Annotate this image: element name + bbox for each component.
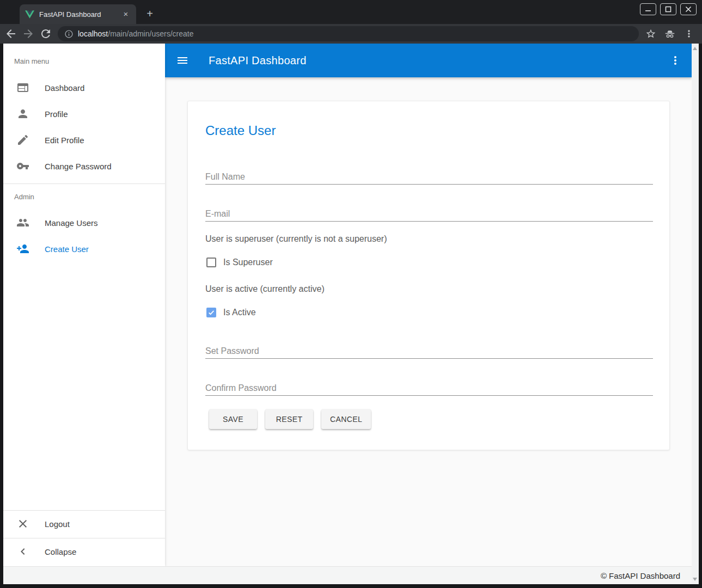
full-name-input[interactable] [205,169,653,185]
app-title: FastAPI Dashboard [209,54,307,67]
app-bar: FastAPI Dashboard [165,44,692,77]
sidebar-item-logout[interactable]: Logout [3,511,165,537]
is-superuser-checkbox[interactable]: Is Superuser [206,258,273,267]
back-icon[interactable] [4,27,17,40]
sidebar-section-main-menu: Main menu [14,57,49,65]
window-controls [640,3,697,15]
copyright-text: © FastAPI Dashboard [601,571,680,580]
forward-icon[interactable] [22,27,35,40]
sidebar-item-edit-profile[interactable]: Edit Profile [3,127,165,153]
sidebar-item-label: Change Password [45,162,112,171]
web-icon [16,81,29,94]
scrollbar-up-arrow-icon[interactable] [693,47,697,50]
browser-menu-icon[interactable] [683,28,694,39]
vue-logo-icon [25,10,34,19]
checkbox-label: Is Superuser [223,258,273,267]
close-icon [16,517,29,530]
save-button[interactable]: SAVE [209,409,257,429]
sidebar-item-label: Dashboard [45,83,84,93]
person-icon [16,107,29,120]
pencil-icon [16,133,29,146]
new-tab-button[interactable]: + [143,7,157,21]
tab-close-icon[interactable]: × [121,9,131,19]
sidebar-item-label: Manage Users [45,218,98,228]
people-icon [16,216,29,229]
sidebar-item-label: Logout [45,519,70,529]
sidebar-item-profile[interactable]: Profile [3,101,165,127]
check-icon [207,309,215,316]
incognito-icon [664,28,676,40]
sidebar-item-label: Edit Profile [45,136,84,145]
sidebar-item-change-password[interactable]: Change Password [3,153,165,179]
chevron-left-icon [16,545,29,558]
checkbox-checked[interactable] [206,308,216,317]
url-host: localhost [78,29,108,38]
sidebar-item-collapse[interactable]: Collapse [3,538,165,565]
hamburger-menu-icon[interactable] [176,54,189,67]
person-add-icon [16,242,29,255]
create-user-card: Create User User is superuser (currently… [187,101,670,450]
window-minimize-button[interactable] [640,3,656,15]
page-footer: © FastAPI Dashboard [3,566,699,584]
form-actions: SAVE RESET CANCEL [209,409,371,429]
app-menu-kebab-icon[interactable] [669,54,682,67]
tab-title: FastAPI Dashboard [39,10,121,19]
browser-tab[interactable]: FastAPI Dashboard × [20,4,136,24]
superuser-hint: User is superuser (currently is not a su… [205,234,387,244]
confirm-password-input[interactable] [205,381,653,396]
checkbox-unchecked[interactable] [206,258,216,267]
browser-toolbar: localhost/main/admin/users/create [0,24,702,44]
vertical-scrollbar[interactable] [692,44,699,584]
full-name-field-wrap [205,169,653,185]
page: Main menu Dashboard Profile Edit Profile… [3,44,699,584]
key-icon [16,160,29,173]
url-text: localhost/main/admin/users/create [78,29,193,38]
email-input[interactable] [205,206,653,222]
sidebar-item-dashboard[interactable]: Dashboard [3,75,165,101]
sidebar-item-label: Create User [45,244,89,254]
is-active-checkbox[interactable]: Is Active [206,308,256,317]
email-field-wrap [205,206,653,222]
sidebar-divider [3,183,165,184]
scrollbar-down-arrow-icon[interactable] [693,578,697,581]
site-info-icon[interactable] [64,29,74,39]
page-title: Create User [205,123,276,138]
browser-titlebar: FastAPI Dashboard × + [0,0,702,24]
bookmark-star-icon[interactable] [645,28,656,39]
window-close-button[interactable] [680,3,697,15]
sidebar-item-label: Collapse [45,547,76,556]
address-bar[interactable]: localhost/main/admin/users/create [58,26,639,41]
cancel-button[interactable]: CANCEL [321,409,371,429]
sidebar-item-label: Profile [45,109,68,119]
confirm-password-field-wrap [205,381,653,396]
active-hint: User is active (currently active) [205,284,325,294]
sidebar-section-admin: Admin [14,193,34,201]
checkbox-label: Is Active [223,308,256,317]
reset-button[interactable]: RESET [265,409,313,429]
set-password-input[interactable] [205,344,653,359]
url-path: /main/admin/users/create [108,29,193,38]
sidebar-item-create-user[interactable]: Create User [3,236,165,262]
sidebar: Main menu Dashboard Profile Edit Profile… [3,44,165,566]
window-maximize-button[interactable] [660,3,676,15]
sidebar-item-manage-users[interactable]: Manage Users [3,210,165,236]
set-password-field-wrap [205,344,653,359]
reload-icon[interactable] [39,27,52,40]
